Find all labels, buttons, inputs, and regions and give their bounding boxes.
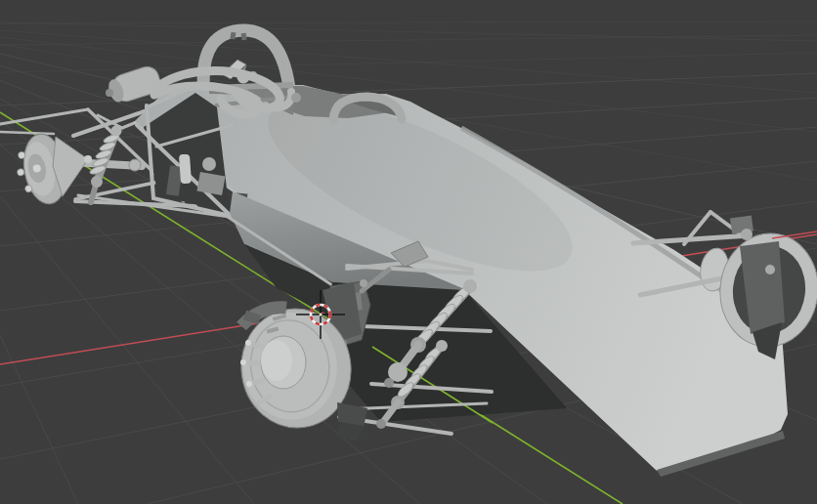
3d-viewport[interactable] xyxy=(0,0,817,504)
